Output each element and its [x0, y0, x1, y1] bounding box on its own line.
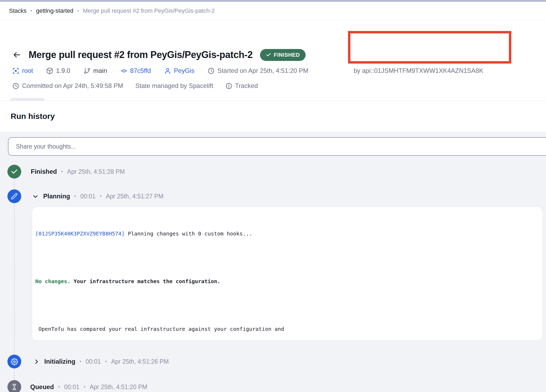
timeline-row-planning[interactable]: Planning • 00:01 • Apr 25th, 4:51:27 PM: [32, 192, 164, 201]
step-time: Apr 25th, 4:51:27 PM: [106, 193, 163, 200]
run-meta-row-2: Committed on Apr 24th, 5:49:58 PM State …: [12, 82, 258, 90]
breadcrumb: Stacks • getting-started • Merge pull re…: [0, 2, 546, 20]
status-badge-label: FINISHED: [274, 52, 300, 58]
run-meta-row: root 1.9.0 main 87c5ffd PeyGis: [12, 67, 308, 75]
dot-separator: •: [105, 359, 107, 364]
step-duration: 00:01: [64, 384, 80, 391]
pencil-icon: [11, 193, 18, 200]
git-commit-icon: [120, 67, 127, 74]
timeline-row-finished: Finished • Apr 25th, 4:51:28 PM: [31, 167, 125, 176]
dot-separator: •: [74, 193, 76, 199]
log-line-blank: [35, 301, 536, 309]
step-duration: 00:01: [80, 193, 96, 200]
step-label: Finished: [31, 168, 57, 175]
state-managed-label: State managed by Spacelift: [135, 82, 213, 90]
dot-separator: •: [61, 169, 63, 175]
log-line: [01JSP35K40K3PZXVZ9EYB8H574]Planning cha…: [35, 230, 536, 238]
started-label: Started on Apr 25th, 4:51:20 PM: [217, 67, 308, 74]
author-label: PeyGis: [174, 67, 194, 74]
initializing-step-icon: [7, 355, 21, 368]
timeline-row-queued: Queued • 00:01 • Apr 25th, 4:51:20 PM: [30, 383, 147, 391]
version-label: 1.9.0: [56, 67, 70, 74]
breadcrumb-separator: •: [30, 8, 32, 14]
arrow-left-icon: [12, 50, 21, 59]
step-time: Apr 25th, 4:51:28 PM: [67, 168, 125, 175]
gear-icon: [11, 358, 18, 365]
step-time: Apr 25th, 4:51:26 PM: [111, 358, 169, 365]
space-link[interactable]: root: [12, 67, 33, 74]
author-link[interactable]: PeyGis: [164, 67, 194, 74]
started-item: Started on Apr 25th, 4:51:20 PM: [208, 67, 308, 74]
run-history-section-header: Run history: [0, 101, 546, 132]
space-label: root: [22, 67, 33, 74]
cube-icon: [46, 67, 53, 74]
step-time: Apr 25th, 4:51:20 PM: [90, 384, 147, 391]
hourglass-icon: [11, 384, 18, 390]
breadcrumb-stacks[interactable]: Stacks: [9, 7, 27, 14]
timeline-connector: [14, 179, 15, 381]
committed-item: Committed on Apr 24th, 5:49:58 PM: [12, 82, 123, 90]
page-title: Merge pull request #2 from PeyGis/PeyGis…: [29, 49, 253, 60]
step-label: Planning: [43, 193, 70, 200]
breadcrumb-separator: •: [77, 8, 79, 14]
check-icon: [266, 52, 271, 57]
top-strip: [0, 0, 546, 2]
dot-separator: •: [80, 359, 81, 364]
committed-label: Committed on Apr 24th, 5:49:58 PM: [22, 82, 123, 90]
breadcrumb-stack-name[interactable]: getting-started: [36, 7, 73, 14]
run-history-title: Run history: [11, 112, 55, 121]
chevron-down-icon[interactable]: [32, 193, 39, 200]
dot-separator: •: [100, 193, 102, 199]
plan-log: [01JSP35K40K3PZXVZ9EYB8H574]Planning cha…: [32, 207, 543, 341]
breadcrumb-run-name: Merge pull request #2 from PeyGis/PeyGis…: [83, 7, 215, 14]
branch-item: main: [83, 67, 107, 74]
planning-step-icon: [7, 189, 21, 203]
log-line: OpenTofu has compared your real infrastr…: [35, 325, 536, 333]
check-icon: [11, 168, 18, 175]
comment-input[interactable]: [8, 137, 546, 156]
dot-separator: •: [84, 384, 86, 390]
run-type-label: Tracked: [235, 82, 258, 90]
status-badge: FINISHED: [260, 49, 306, 61]
space-target-icon: [12, 67, 19, 74]
step-label: Queued: [30, 383, 54, 391]
run-header: Merge pull request #2 from PeyGis/PeyGis…: [0, 20, 546, 101]
triggered-by-label: by api::01JSMHTFM9TXWW1XK4AZN1SA8K: [354, 67, 483, 75]
dot-separator: •: [58, 384, 60, 390]
back-button[interactable]: [12, 50, 21, 59]
branch-label: main: [93, 67, 107, 74]
step-label: Initializing: [44, 358, 75, 365]
step-duration: 00:01: [86, 358, 101, 365]
timeline-row-initializing[interactable]: Initializing • 00:01 • Apr 25th, 4:51:26…: [33, 357, 169, 366]
chevron-right-icon[interactable]: [33, 358, 40, 365]
clock-icon: [12, 82, 19, 90]
version-item: 1.9.0: [46, 67, 70, 74]
queued-step-icon: [7, 380, 21, 392]
info-icon: [225, 82, 232, 90]
finished-step-icon: [7, 165, 21, 179]
commit-link[interactable]: 87c5ffd: [120, 67, 151, 74]
log-line: No changes.Your infrastructure matches t…: [35, 277, 536, 285]
clock-icon: [208, 67, 215, 74]
git-branch-icon: [83, 67, 91, 74]
run-type-item: Tracked: [225, 82, 258, 90]
person-icon: [164, 67, 171, 74]
commit-label: 87c5ffd: [130, 67, 151, 74]
log-line-blank: [35, 253, 536, 261]
